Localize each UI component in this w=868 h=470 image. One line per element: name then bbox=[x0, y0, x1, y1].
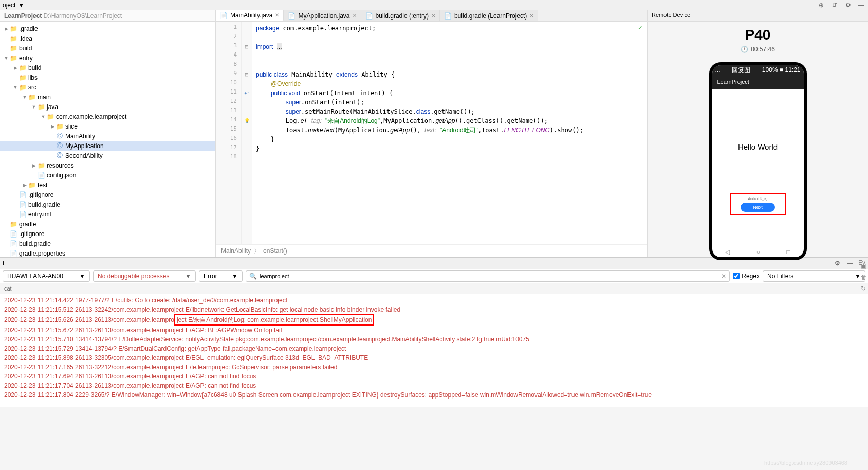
toast-highlight: Android吐司 Next bbox=[730, 193, 786, 215]
phone-app-bar: LearnProject bbox=[712, 75, 804, 89]
device-panel: Remote Device P40 🕐 00:57:46 ... 回复图 100… bbox=[647, 10, 868, 257]
back-icon[interactable]: ◁ bbox=[725, 248, 730, 256]
breadcrumb-project[interactable]: LearnProject bbox=[4, 12, 42, 20]
log-line: 2020-12-23 11:21:17.694 26113-26113/com.… bbox=[4, 372, 864, 381]
editor-tab[interactable]: 📄MyApplication.java✕ bbox=[284, 10, 361, 21]
side-toolbar: ▣ 🗑 ↻ bbox=[861, 262, 867, 292]
device-header: Remote Device bbox=[648, 10, 868, 22]
tree-item[interactable]: 📄entry.iml bbox=[0, 209, 215, 219]
recent-icon[interactable]: □ bbox=[787, 248, 790, 256]
refresh-icon[interactable]: ↻ bbox=[861, 285, 867, 292]
code-content[interactable]: package com.example.learnproject; import… bbox=[252, 22, 647, 244]
project-sidebar: LearnProject D:\HarmonyOS\LearnProject ▶… bbox=[0, 10, 216, 257]
gutter: 123489101112131415161718 bbox=[216, 22, 242, 244]
minimize-icon[interactable]: — bbox=[846, 259, 854, 267]
close-icon[interactable]: ✕ bbox=[431, 13, 435, 19]
log-line: 2020-12-23 11:21:17.165 26113-32212/com.… bbox=[4, 363, 864, 372]
logcat-label: cat bbox=[0, 283, 868, 294]
tree-item[interactable]: ▼📁main bbox=[0, 92, 215, 102]
log-line: 2020-12-23 11:21:17.704 26113-26113/com.… bbox=[4, 381, 864, 390]
tree-item[interactable]: ▶📁build bbox=[0, 63, 215, 73]
home-icon[interactable]: ○ bbox=[756, 248, 760, 256]
log-line: 2020-12-23 11:21:14.422 1977-1977/? E/cu… bbox=[4, 296, 864, 305]
minimize-icon[interactable]: — bbox=[857, 1, 865, 9]
tree-item[interactable]: ▶📁slice bbox=[0, 121, 215, 131]
collapse-icon[interactable]: ⇵ bbox=[830, 1, 839, 9]
log-search[interactable]: 🔍 ✕ bbox=[246, 270, 730, 282]
process-dropdown[interactable]: No debuggable processes▼ bbox=[93, 270, 196, 282]
breadcrumb-class[interactable]: MainAbility bbox=[221, 247, 251, 255]
device-time: 🕐 00:57:46 bbox=[741, 46, 775, 53]
tree-item[interactable]: ⒸSecondAbility bbox=[0, 151, 215, 160]
tree-item[interactable]: 📁libs bbox=[0, 73, 215, 82]
layers-icon[interactable]: ▣ bbox=[861, 262, 867, 269]
tree-item[interactable]: ▼📁java bbox=[0, 102, 215, 112]
log-line: 2020-12-23 11:21:15.512 26113-32242/com.… bbox=[4, 305, 864, 314]
tree-item[interactable]: ▼📁src bbox=[0, 82, 215, 92]
tree-item[interactable]: 📄.gitignore bbox=[0, 190, 215, 200]
editor-tab[interactable]: 📄build.gradle (LearnProject)✕ bbox=[440, 10, 538, 21]
search-input[interactable] bbox=[260, 273, 718, 279]
close-icon[interactable]: ✕ bbox=[529, 13, 533, 19]
tree-item[interactable]: 📁build bbox=[0, 43, 215, 53]
watermark: https://blog.csdn.net/y280903468 bbox=[764, 460, 847, 466]
phone-nav-bar: ◁ ○ □ bbox=[712, 246, 804, 257]
clear-icon[interactable]: ✕ bbox=[721, 273, 726, 280]
device-name: P40 bbox=[745, 27, 771, 43]
tree-item[interactable]: ▼📁entry bbox=[0, 53, 215, 63]
close-icon[interactable]: ✕ bbox=[275, 12, 279, 18]
breadcrumb-path: D:\HarmonyOS\LearnProject bbox=[43, 12, 122, 20]
filter-bar: HUAWEI ANA-AN00▼ No debuggable processes… bbox=[0, 269, 868, 283]
gear-icon[interactable]: ⚙ bbox=[834, 259, 842, 267]
phone-frame: ... 回复图 100% ■ 11:21 LearnProject Hello … bbox=[709, 62, 807, 260]
breadcrumb-method[interactable]: onStart() bbox=[263, 247, 287, 255]
phone-status-bar: ... 回复图 100% ■ 11:21 bbox=[712, 65, 804, 75]
tree-item[interactable]: 📁.idea bbox=[0, 33, 215, 43]
tree-item[interactable]: 📄build.gradle bbox=[0, 200, 215, 209]
tree-item[interactable]: 📄build.gradle bbox=[0, 239, 215, 248]
settings-icon[interactable]: ⚙ bbox=[844, 1, 852, 9]
tree-item[interactable]: 📄config.json bbox=[0, 170, 215, 180]
tree-item[interactable]: ⒸMainAbility bbox=[0, 131, 215, 141]
tree-item[interactable]: 📄.gitignore bbox=[0, 229, 215, 239]
tree-item[interactable]: ⒸMyApplication bbox=[0, 141, 215, 151]
tree-item[interactable]: 📁gradle bbox=[0, 219, 215, 229]
tree-item[interactable]: ▶📁test bbox=[0, 180, 215, 190]
tree-item[interactable]: ▶📁.gradle bbox=[0, 24, 215, 33]
tab-bar: 📄MainAbility.java✕📄MyApplication.java✕📄b… bbox=[216, 10, 647, 22]
tree-item[interactable]: ▶📁resources bbox=[0, 160, 215, 170]
log-line: 2020-12-23 11:21:17.804 2229-3265/? E/Wi… bbox=[4, 390, 864, 400]
breadcrumb-sep: 〉 bbox=[254, 247, 260, 256]
project-tree: ▶📁.gradle📁.idea📁build▼📁entry▶📁build📁libs… bbox=[0, 22, 215, 257]
editor-tab[interactable]: 📄build.gradle (:entry)✕ bbox=[361, 10, 440, 21]
tree-item[interactable]: ▼📁com.example.learnproject bbox=[0, 112, 215, 121]
editor: 📄MainAbility.java✕📄MyApplication.java✕📄b… bbox=[216, 10, 647, 257]
phone-body: Hello World Android吐司 Next bbox=[712, 89, 804, 246]
hello-text: Hello World bbox=[738, 142, 778, 151]
editor-breadcrumb: MainAbility 〉 onStart() bbox=[216, 244, 647, 257]
trash-icon[interactable]: 🗑 bbox=[861, 274, 867, 281]
project-label[interactable]: oject bbox=[3, 2, 15, 9]
device-dropdown[interactable]: HUAWEI ANA-AN00▼ bbox=[3, 270, 90, 282]
dropdown-arrow-icon[interactable]: ▼ bbox=[18, 2, 24, 9]
toolbar: oject ▼ ⊕ ⇵ ⚙ — bbox=[0, 0, 868, 10]
code-area[interactable]: ✓ 123489101112131415161718 ⊟ ⊟ ●↑ 💡 pack… bbox=[216, 22, 647, 244]
gutter-marks: ⊟ ⊟ ●↑ 💡 bbox=[242, 22, 252, 244]
search-icon: 🔍 bbox=[249, 273, 257, 280]
clock-icon: 🕐 bbox=[741, 46, 748, 53]
log-line: 2020-12-23 11:21:15.626 26113-26113/com.… bbox=[4, 314, 864, 326]
next-button[interactable]: Next bbox=[741, 203, 775, 212]
log-output[interactable]: 2020-12-23 11:21:14.422 1977-1977/? E/cu… bbox=[0, 294, 868, 407]
bottom-tab-label[interactable]: t bbox=[3, 260, 4, 267]
toast-text: Android吐司 bbox=[748, 196, 767, 202]
target-icon[interactable]: ⊕ bbox=[817, 1, 825, 9]
editor-tab[interactable]: 📄MainAbility.java✕ bbox=[216, 10, 284, 21]
regex-checkbox[interactable]: Regex bbox=[733, 273, 760, 280]
level-dropdown[interactable]: Error▼ bbox=[199, 270, 243, 282]
close-icon[interactable]: ✕ bbox=[353, 13, 357, 19]
log-line: 2020-12-23 11:21:15.672 26113-26113/com.… bbox=[4, 326, 864, 335]
log-line: 2020-12-23 11:21:15.729 13414-13794/? E/… bbox=[4, 344, 864, 353]
tree-item[interactable]: 📄gradle.properties bbox=[0, 248, 215, 257]
filter-dropdown[interactable]: No Filters▼ bbox=[763, 270, 865, 282]
log-line: 2020-12-23 11:21:15.898 26113-32305/com.… bbox=[4, 353, 864, 363]
